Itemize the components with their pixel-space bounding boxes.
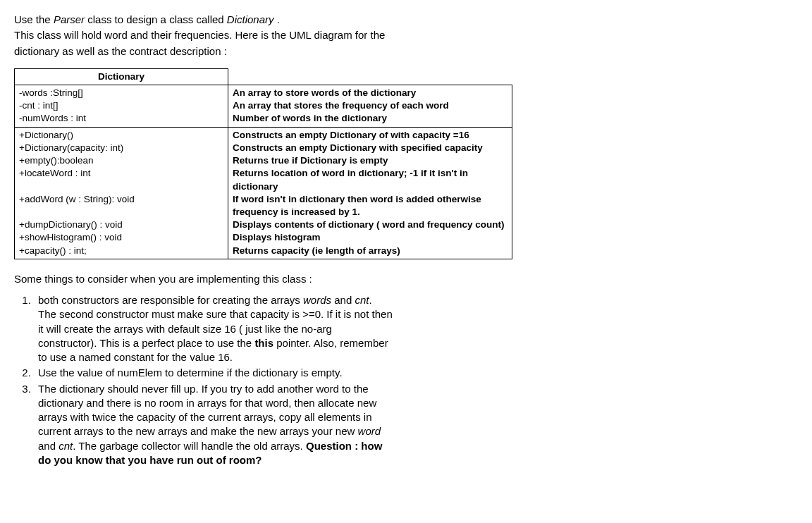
intro-paragraph: Use the Parser class to design a class c… — [14, 13, 798, 59]
list-item: both constructors are responsible for cr… — [34, 293, 798, 364]
list-item: The dictionary should never fill up. If … — [34, 382, 798, 468]
uml-desc: Returns true if Dictionary is empty — [233, 154, 508, 167]
uml-method: +dumpDictionary() : void — [19, 219, 223, 231]
uml-method: +empty():boolean — [19, 154, 223, 167]
var-words: words — [303, 294, 331, 306]
text: arrays with twice the capacity of the cu… — [38, 410, 798, 424]
uml-desc: dictionary — [233, 180, 508, 193]
uml-desc: If word isn't in dictionary then word is… — [233, 193, 508, 206]
text: both constructors are responsible for cr… — [38, 294, 303, 306]
var-cnt: cnt — [59, 440, 73, 452]
var-cnt: cnt — [355, 294, 369, 306]
text: and — [331, 294, 355, 306]
text: Use the — [14, 13, 54, 25]
text: . — [369, 294, 371, 306]
considerations-list: both constructors are responsible for cr… — [34, 293, 798, 467]
text: dictionary and there is no room in array… — [38, 396, 798, 410]
text: current arrays to the new arrays and mak… — [38, 425, 358, 437]
text: . The garbage collector will handle the … — [73, 440, 306, 452]
uml-desc: frequency is increased by 1. — [233, 206, 508, 219]
uml-method: +locateWord : int — [19, 167, 223, 180]
text: The second constructor must make sure th… — [38, 307, 798, 321]
text: it will create the arrays with default s… — [38, 322, 798, 336]
uml-desc: Returns location of word in dictionary; … — [233, 167, 508, 180]
class-name-dictionary: Dictionary — [227, 13, 274, 25]
uml-table: Dictionary -words :String[] -cnt : int[]… — [14, 68, 512, 259]
text: constructor). This is a perfect place to… — [38, 336, 798, 350]
uml-method-blank — [19, 206, 223, 219]
text: and — [38, 440, 59, 452]
text: current arrays to the new arrays and mak… — [38, 424, 798, 438]
uml-desc: Returns capacity (ie length of arrays) — [233, 245, 508, 257]
text: constructor). This is a perfect place to… — [38, 337, 254, 349]
uml-attr: -numWords : int — [19, 112, 223, 125]
keyword-this: this — [254, 337, 273, 349]
text: and cnt. The garbage collector will hand… — [38, 439, 798, 453]
consider-heading: Some things to consider when you are imp… — [14, 272, 798, 286]
uml-attr: -cnt : int[] — [19, 99, 223, 112]
intro-line-3: dictionary as well as the contract descr… — [14, 44, 798, 59]
uml-desc: An array that stores the frequency of ea… — [233, 99, 508, 112]
uml-method: +addWord (w : String): void — [19, 193, 223, 206]
uml-desc: Displays contents of dictionary ( word a… — [233, 219, 508, 231]
intro-line-1: Use the Parser class to design a class c… — [14, 13, 798, 27]
text: The dictionary should never fill up. If … — [38, 383, 369, 395]
uml-title-cell: Dictionary — [15, 68, 228, 85]
list-item: Use the value of numElem to determine if… — [34, 366, 798, 380]
uml-desc: Number of words in the dictionary — [233, 112, 508, 125]
uml-desc: Displays histogram — [233, 231, 508, 244]
uml-desc: Constructs an empty Dictionary with spec… — [233, 142, 508, 154]
text: . — [274, 13, 280, 25]
uml-method: +capacity() : int; — [19, 245, 223, 257]
uml-desc: Constructs an empty Dictionary of with c… — [233, 129, 508, 142]
question-label: Question : how — [306, 440, 382, 452]
text: pointer. Also, remember — [273, 337, 388, 349]
question-text: do you know that you have run out of roo… — [38, 453, 798, 467]
uml-attributes-desc-cell: An array to store words of the dictionar… — [228, 85, 512, 127]
uml-desc: An array to store words of the dictionar… — [233, 87, 508, 99]
uml-attr: -words :String[] — [19, 87, 223, 99]
uml-methods-cell: +Dictionary() +Dictionary(capacity: int)… — [15, 127, 228, 259]
var-word: word — [358, 425, 381, 437]
intro-line-2: This class will hold word and their freq… — [14, 28, 798, 42]
text: to use a named constant for the value 16… — [38, 350, 798, 364]
uml-method: +showHistogram() : void — [19, 231, 223, 244]
uml-method-blank — [19, 180, 223, 193]
text: class to design a class called — [85, 13, 227, 25]
uml-methods-desc-cell: Constructs an empty Dictionary of with c… — [228, 127, 512, 259]
uml-method: +Dictionary(capacity: int) — [19, 142, 223, 154]
uml-method: +Dictionary() — [19, 129, 223, 142]
uml-attributes-cell: -words :String[] -cnt : int[] -numWords … — [15, 85, 228, 127]
class-name-parser: Parser — [54, 13, 85, 25]
